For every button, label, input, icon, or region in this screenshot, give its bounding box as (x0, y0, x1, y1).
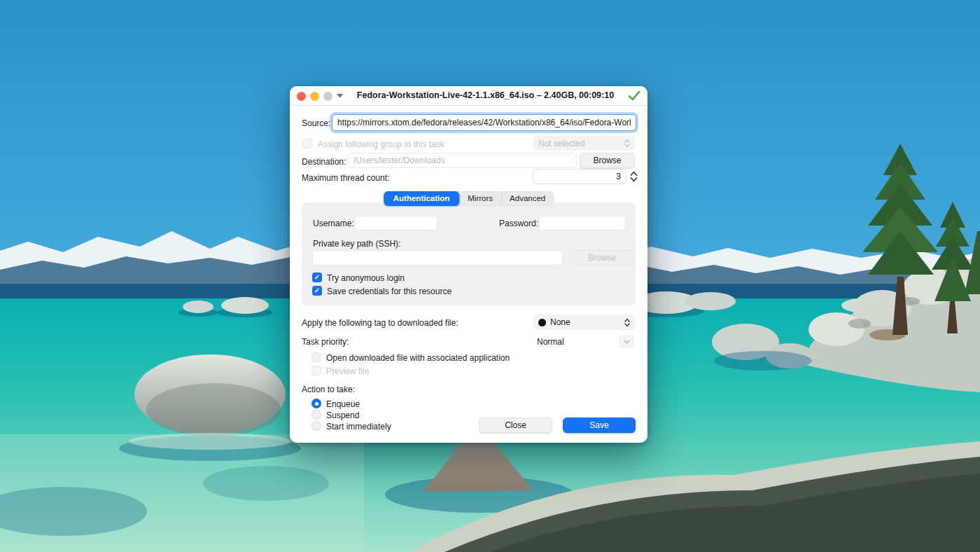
priority-label: Task priority: (302, 337, 349, 347)
username-label: Username: (313, 219, 354, 228)
save-credentials-label: Save credentials for this resource (327, 287, 451, 296)
tab-authentication[interactable]: Authentication (384, 191, 460, 206)
source-input[interactable] (332, 114, 636, 131)
preview-file-checkbox (312, 366, 321, 375)
thread-count-input[interactable] (533, 169, 626, 184)
radio-suspend[interactable] (312, 410, 321, 420)
preview-file-label: Preview file (326, 366, 369, 376)
tab-mirrors[interactable]: Mirrors (459, 191, 501, 206)
task-dialog-window: Fedora-Workstation-Live-42-1.1.x86_64.is… (290, 86, 648, 443)
destination-input[interactable] (348, 153, 577, 168)
close-window-button[interactable] (297, 92, 306, 101)
password-label: Password: (499, 219, 538, 228)
open-file-checkbox[interactable] (312, 352, 321, 362)
popup-updown-icon (624, 139, 630, 148)
save-credentials-checkbox[interactable]: ✓ (312, 286, 322, 296)
radio-enqueue[interactable] (312, 399, 321, 408)
zoom-window-button-disabled (323, 92, 332, 101)
thread-count-stepper[interactable] (629, 169, 638, 184)
tag-popup-value: None (550, 317, 570, 327)
tag-popup[interactable]: None (533, 315, 635, 330)
tab-advanced[interactable]: Advanced (501, 191, 554, 206)
private-key-browse-button: Browse (569, 250, 635, 265)
close-button[interactable]: Close (479, 418, 552, 433)
password-input[interactable] (539, 216, 626, 230)
radio-start-immediately[interactable] (312, 421, 321, 431)
status-checkmark-icon (628, 90, 640, 101)
tag-label: Apply the following tag to downloaded fi… (302, 318, 458, 328)
anonymous-login-checkbox[interactable]: ✓ (312, 272, 322, 282)
chevron-down-icon (624, 340, 630, 344)
private-key-input[interactable] (312, 250, 563, 265)
username-input[interactable] (354, 216, 438, 230)
private-key-label: Private key path (SSH): (313, 239, 400, 249)
assign-group-checkbox (302, 139, 312, 149)
tab-bar: Authentication Mirrors Advanced (384, 191, 554, 206)
window-title: Fedora-Workstation-Live-42-1.1.x86_64.is… (349, 86, 622, 105)
popup-updown-icon (624, 318, 630, 327)
anonymous-login-label: Try anonymous login (327, 273, 405, 283)
group-popup-value: Not selected (538, 139, 585, 149)
titlebar[interactable]: Fedora-Workstation-Live-42-1.1.x86_64.is… (290, 86, 648, 106)
priority-dropdown-button (620, 336, 634, 347)
tag-color-dot (538, 319, 546, 326)
priority-value: Normal (537, 337, 564, 347)
thread-count-label: Maximum thread count: (302, 173, 389, 183)
save-button[interactable]: Save (563, 418, 636, 433)
disclosure-chevron-icon[interactable] (337, 93, 343, 98)
destination-label: Destination: (302, 157, 346, 167)
open-file-label: Open downloaded file with associated app… (326, 353, 510, 363)
radio-start-immediately-label: Start immediately (326, 422, 391, 432)
assign-group-label: Assign following group to this task: (318, 139, 447, 149)
radio-suspend-label: Suspend (326, 410, 359, 420)
minimize-window-button[interactable] (310, 92, 319, 101)
destination-browse-button[interactable]: Browse (580, 153, 635, 168)
group-popup: Not selected (533, 136, 635, 151)
action-label: Action to take: (302, 385, 355, 394)
radio-enqueue-label: Enqueue (326, 399, 360, 409)
source-label: Source: (302, 118, 330, 128)
